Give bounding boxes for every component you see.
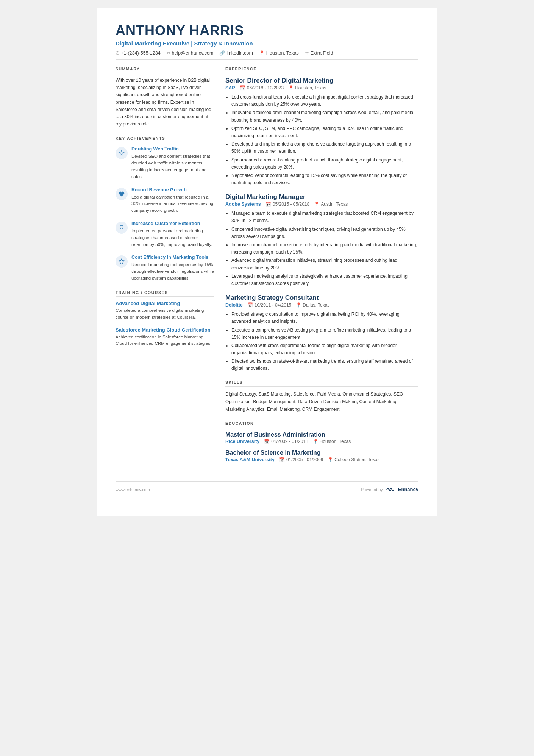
job-meta: Deloitte 📅 10/2011 - 04/2015 📍 Dallas, T… bbox=[225, 302, 418, 308]
star-icon: ☆ bbox=[305, 50, 309, 56]
experience-section: EXPERIENCE Senior Director of Digital Ma… bbox=[225, 67, 418, 373]
training-desc: Achieved certification in Salesforce Mar… bbox=[116, 334, 214, 347]
powered-by-text: Powered by bbox=[361, 487, 383, 492]
achievement-content: Record Revenue Growth Led a digital camp… bbox=[131, 187, 214, 214]
experience-label: EXPERIENCE bbox=[225, 67, 418, 73]
skills-label: SKILLS bbox=[225, 380, 418, 387]
achievement-desc: Implemented personalized marketing strat… bbox=[131, 228, 214, 248]
edu-block: Master of Business Administration Rice U… bbox=[225, 431, 418, 444]
job-title-heading: Digital Marketing Executive | Strategy &… bbox=[116, 40, 418, 47]
job-title: Senior Director of Digital Marketing bbox=[225, 77, 418, 85]
left-column: SUMMARY With over 10 years of experience… bbox=[116, 67, 214, 470]
main-layout: SUMMARY With over 10 years of experience… bbox=[116, 67, 418, 470]
bullet-item: Directed workshops on state-of-the-art m… bbox=[231, 358, 418, 372]
job-location: 📍 Austin, Texas bbox=[314, 202, 348, 207]
calendar-icon: 📅 bbox=[240, 85, 245, 91]
job-date: 📅 06/2018 - 10/2023 bbox=[240, 85, 284, 91]
edu-block: Bachelor of Science in Marketing Texas A… bbox=[225, 449, 418, 462]
achievement-item: Doubling Web Traffic Devised SEO and con… bbox=[116, 146, 214, 180]
bullet-item: Negotiated vendor contracts leading to 1… bbox=[231, 172, 418, 186]
header-section: ANTHONY HARRIS Digital Marketing Executi… bbox=[116, 23, 418, 60]
training-title: Salesforce Marketing Cloud Certification bbox=[116, 327, 214, 333]
bullet-item: Executed a comprehensive AB testing prog… bbox=[231, 327, 418, 341]
education-section: EDUCATION Master of Business Administrat… bbox=[225, 421, 418, 462]
bullet-item: Optimized SEO, SEM, and PPC campaigns, l… bbox=[231, 125, 418, 139]
edu-location: 📍 Houston, Texas bbox=[313, 439, 351, 444]
job-date: 📅 10/2011 - 04/2015 bbox=[247, 302, 291, 308]
training-section: TRAINING / COURSES Advanced Digital Mark… bbox=[116, 290, 214, 347]
edu-meta: Rice University 📅 01/2009 - 01/2011 📍 Ho… bbox=[225, 439, 418, 444]
contact-row: ✆ +1-(234)-555-1234 ✉ help@enhancv.com 🔗… bbox=[116, 50, 418, 60]
achievement-desc: Devised SEO and content strategies that … bbox=[131, 153, 214, 180]
job-bullets: Led cross-functional teams to execute a … bbox=[225, 94, 418, 186]
job-date: 📅 05/2015 - 05/2018 bbox=[265, 202, 309, 207]
achievement-icon-star2 bbox=[116, 255, 128, 268]
calendar-icon: 📅 bbox=[264, 439, 270, 444]
footer-brand: Powered by Enhancv bbox=[361, 486, 418, 493]
location-icon: 📍 bbox=[288, 85, 294, 91]
email-icon: ✉ bbox=[167, 50, 170, 56]
contact-location: 📍 Houston, Texas bbox=[259, 50, 299, 56]
bullet-item: Provided strategic consultation to impro… bbox=[231, 311, 418, 325]
svg-marker-1 bbox=[119, 259, 124, 264]
bullet-item: Improved omnichannel marketing efforts b… bbox=[231, 241, 418, 256]
name-heading: ANTHONY HARRIS bbox=[116, 23, 418, 39]
training-title: Advanced Digital Marketing bbox=[116, 301, 214, 306]
footer: www.enhancv.com Powered by Enhancv bbox=[116, 481, 418, 493]
bullet-item: Leveraged marketing analytics to strateg… bbox=[231, 273, 418, 287]
achievement-item: Cost Efficiency in Marketing Tools Reduc… bbox=[116, 255, 214, 282]
bullet-item: Led cross-functional teams to execute a … bbox=[231, 94, 418, 108]
phone-icon: ✆ bbox=[116, 50, 119, 56]
edu-date: 📅 01/2009 - 01/2011 bbox=[264, 439, 308, 444]
summary-label: SUMMARY bbox=[116, 67, 214, 73]
bullet-item: Managed a team to execute digital market… bbox=[231, 210, 418, 224]
job-meta: SAP 📅 06/2018 - 10/2023 📍 Houston, Texas bbox=[225, 85, 418, 91]
achievement-title: Increased Customer Retention bbox=[131, 221, 214, 226]
pin-icon: 📍 bbox=[259, 50, 265, 56]
svg-marker-0 bbox=[119, 151, 124, 156]
job-bullets: Managed a team to execute digital market… bbox=[225, 210, 418, 287]
contact-linkedin: 🔗 linkedin.com bbox=[219, 50, 253, 56]
footer-url: www.enhancv.com bbox=[116, 487, 150, 492]
key-achievements-section: KEY ACHIEVEMENTS Doubling Web Traffic De… bbox=[116, 136, 214, 282]
company-name: SAP bbox=[225, 85, 235, 91]
location-icon: 📍 bbox=[313, 439, 319, 444]
bullet-item: Advanced digital transformation initiati… bbox=[231, 257, 418, 271]
training-label: TRAINING / COURSES bbox=[116, 290, 214, 297]
bullet-item: Developed and implemented a comprehensiv… bbox=[231, 141, 418, 155]
edu-meta: Texas A&M University 📅 01/2005 - 01/2009… bbox=[225, 457, 418, 462]
job-meta: Adobe Systems 📅 05/2015 - 05/2018 📍 Aust… bbox=[225, 202, 418, 207]
edu-date: 📅 01/2005 - 01/2009 bbox=[279, 457, 323, 462]
contact-email: ✉ help@enhancv.com bbox=[167, 50, 214, 56]
link-icon: 🔗 bbox=[219, 50, 225, 56]
degree-title: Bachelor of Science in Marketing bbox=[225, 449, 418, 456]
school-name: Texas A&M University bbox=[225, 457, 275, 462]
summary-section: SUMMARY With over 10 years of experience… bbox=[116, 67, 214, 128]
bullet-item: Spearheaded a record-breaking product la… bbox=[231, 157, 418, 171]
achievement-title: Doubling Web Traffic bbox=[131, 146, 214, 152]
calendar-icon: 📅 bbox=[279, 457, 285, 462]
training-item: Salesforce Marketing Cloud Certification… bbox=[116, 327, 214, 347]
summary-text: With over 10 years of experience in B2B … bbox=[116, 77, 214, 128]
company-name: Deloitte bbox=[225, 302, 243, 308]
contact-phone: ✆ +1-(234)-555-1234 bbox=[116, 50, 161, 56]
achievement-content: Doubling Web Traffic Devised SEO and con… bbox=[131, 146, 214, 180]
achievement-desc: Reduced marketing tool expenses by 15% t… bbox=[131, 261, 214, 282]
job-block: Senior Director of Digital Marketing SAP… bbox=[225, 77, 418, 186]
achievement-content: Increased Customer Retention Implemented… bbox=[131, 221, 214, 248]
job-block: Marketing Strategy Consultant Deloitte 📅… bbox=[225, 294, 418, 373]
achievement-title: Cost Efficiency in Marketing Tools bbox=[131, 255, 214, 260]
achievement-desc: Led a digital campaign that resulted in … bbox=[131, 194, 214, 214]
bullet-item: Innovated a tailored omni-channel market… bbox=[231, 109, 418, 124]
company-name: Adobe Systems bbox=[225, 202, 261, 207]
achievement-icon-heart bbox=[116, 188, 128, 200]
skills-section: SKILLS Digital Strategy, SaaS Marketing,… bbox=[225, 380, 418, 413]
achievement-title: Record Revenue Growth bbox=[131, 187, 214, 193]
bullet-item: Conceived innovative digital advertising… bbox=[231, 226, 418, 240]
edu-location: 📍 College Station, Texas bbox=[328, 457, 379, 462]
job-block: Digital Marketing Manager Adobe Systems … bbox=[225, 193, 418, 287]
brand-name: Enhancv bbox=[398, 487, 418, 492]
education-label: EDUCATION bbox=[225, 421, 418, 427]
enhancv-logo-icon bbox=[385, 486, 396, 493]
degree-title: Master of Business Administration bbox=[225, 431, 418, 438]
